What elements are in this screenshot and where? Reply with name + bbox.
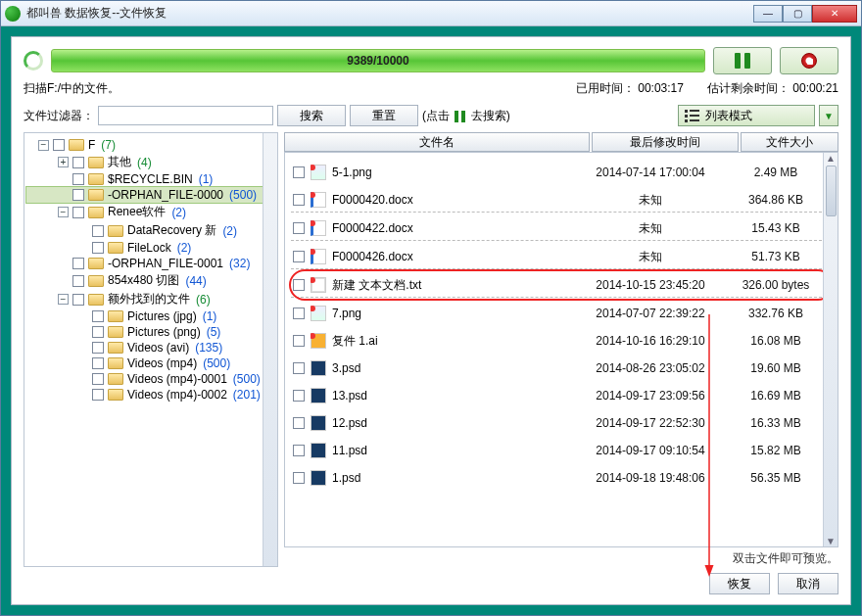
file-checkbox[interactable] [293, 390, 305, 402]
app-icon [5, 6, 21, 22]
file-row[interactable]: 新建 文本文档.txt2014-10-15 23:45:20326.00 byt… [291, 271, 832, 299]
file-checkbox[interactable] [293, 279, 305, 291]
tree-node[interactable]: FileLock(2) [26, 240, 275, 256]
tree-node[interactable]: Videos (mp4)-0001(500) [26, 371, 275, 387]
stop-scan-button[interactable] [780, 47, 838, 74]
scrollbar-thumb[interactable] [826, 166, 837, 216]
file-row[interactable]: F0000426.docx未知51.73 KB [291, 243, 832, 270]
tree-checkbox[interactable] [92, 225, 104, 237]
file-mtime: 2014-10-16 16:29:10 [577, 334, 724, 348]
file-row[interactable]: 13.psd2014-09-17 23:09:5616.69 MB [291, 382, 832, 409]
view-mode-select[interactable]: 列表模式 [678, 105, 815, 126]
tree-node[interactable]: −F(7) [26, 137, 275, 153]
tree-checkbox[interactable] [72, 189, 84, 201]
folder-icon [108, 225, 123, 237]
file-name: 复件 1.ai [332, 333, 378, 350]
tree-checkbox[interactable] [72, 207, 84, 218]
tree-checkbox[interactable] [72, 258, 84, 269]
expand-toggle[interactable]: − [58, 294, 69, 305]
scan-spinner-icon [24, 51, 43, 71]
search-button[interactable]: 搜索 [277, 105, 346, 126]
tree-node[interactable]: -ORPHAN_FILE-0001(32) [26, 256, 275, 271]
view-mode-dropdown-button[interactable]: ▼ [819, 105, 838, 126]
file-size: 364.86 KB [730, 193, 828, 207]
tree-count: (2) [222, 224, 237, 238]
file-size: 19.60 MB [730, 361, 828, 375]
tree-label: $RECYCLE.BIN [108, 172, 193, 186]
tree-count: (32) [229, 257, 250, 270]
pause-scan-button[interactable] [713, 47, 772, 74]
tree-checkbox[interactable] [92, 310, 104, 322]
file-checkbox[interactable] [293, 251, 305, 262]
tree-checkbox[interactable] [72, 157, 84, 168]
recover-button[interactable]: 恢复 [709, 573, 770, 594]
file-checkbox[interactable] [293, 362, 305, 374]
file-checkbox[interactable] [293, 445, 305, 456]
reset-button[interactable]: 重置 [350, 105, 418, 126]
cancel-button[interactable]: 取消 [778, 573, 838, 594]
file-checkbox[interactable] [293, 472, 305, 484]
file-row[interactable]: 7.png2014-07-07 22:39:22332.76 KB [291, 300, 832, 327]
filter-input[interactable] [98, 106, 273, 125]
tree-node[interactable]: −额外找到的文件(6) [26, 290, 275, 308]
minimize-button[interactable]: — [753, 5, 783, 23]
file-row[interactable]: 3.psd2014-08-26 23:05:0219.60 MB [291, 355, 832, 382]
remaining-label: 估计剩余时间： [707, 81, 790, 95]
tree-count: (7) [101, 138, 116, 152]
file-checkbox[interactable] [293, 308, 305, 319]
expand-toggle[interactable]: + [58, 157, 69, 167]
tree-count: (4) [137, 156, 152, 169]
column-header-name[interactable]: 文件名 [284, 132, 590, 152]
tree-node[interactable]: Pictures (png)(5) [26, 324, 275, 340]
file-checkbox[interactable] [293, 417, 305, 429]
tree-checkbox[interactable] [92, 389, 104, 401]
tree-checkbox[interactable] [92, 357, 104, 369]
tree-checkbox[interactable] [92, 342, 104, 354]
column-header-mtime[interactable]: 最后修改时间 [592, 132, 739, 152]
file-checkbox[interactable] [293, 222, 305, 234]
file-row[interactable]: 11.psd2014-09-17 09:10:5415.82 MB [291, 437, 832, 464]
tree-node[interactable]: Videos (mp4)(500) [26, 355, 275, 371]
file-mtime: 2014-07-14 17:00:04 [577, 166, 724, 179]
tree-node[interactable]: DataRecovery 新(2) [26, 221, 275, 240]
file-row[interactable]: 5-1.png2014-07-14 17:00:042.49 MB [291, 159, 832, 186]
tree-node[interactable]: Pictures (jpg)(1) [26, 308, 275, 324]
tree-node[interactable]: +其他(4) [26, 153, 275, 171]
tree-checkbox[interactable] [92, 373, 104, 385]
tree-node[interactable]: $RECYCLE.BIN(1) [26, 171, 275, 187]
tree-checkbox[interactable] [72, 173, 84, 185]
tree-node[interactable]: −Renee软件(2) [26, 203, 275, 221]
scrollbar[interactable]: ▲▼ [823, 153, 838, 546]
close-button[interactable]: ✕ [812, 5, 857, 23]
scan-status-text: 扫描F:/中的文件。 [24, 80, 552, 97]
tree-checkbox[interactable] [72, 275, 84, 287]
file-list[interactable]: 5-1.png2014-07-14 17:00:042.49 MBF000042… [284, 152, 838, 547]
tree-node[interactable]: 854x480 切图(44) [26, 271, 275, 290]
file-size: 16.69 MB [730, 389, 828, 403]
file-row[interactable]: 复件 1.ai2014-10-16 16:29:1016.08 MB [291, 327, 832, 355]
tree-node[interactable]: Videos (mp4)-0002(201) [26, 387, 275, 403]
file-name: F0000422.docx [332, 221, 413, 235]
file-row[interactable]: 1.psd2014-09-18 19:48:0656.35 MB [291, 464, 832, 492]
expand-toggle[interactable]: − [38, 140, 49, 151]
expand-toggle[interactable]: − [58, 207, 69, 217]
folder-icon [88, 275, 104, 287]
tree-node[interactable]: -ORPHAN_FILE-0000(500) [26, 187, 275, 203]
file-checkbox[interactable] [293, 335, 305, 347]
column-header-size[interactable]: 文件大小 [741, 132, 838, 152]
maximize-button[interactable]: ▢ [783, 5, 812, 23]
tree-checkbox[interactable] [92, 326, 104, 338]
tree-node[interactable]: Videos (avi)(135) [26, 340, 275, 355]
folder-tree[interactable]: −F(7)+其他(4)$RECYCLE.BIN(1)-ORPHAN_FILE-0… [24, 132, 278, 567]
tree-checkbox[interactable] [72, 294, 84, 306]
file-mtime: 2014-09-17 23:09:56 [577, 389, 724, 403]
file-icon [311, 333, 326, 349]
file-size: 332.76 KB [730, 307, 828, 320]
file-row[interactable]: F0000420.docx未知364.86 KB [291, 186, 832, 213]
file-checkbox[interactable] [293, 194, 305, 206]
file-row[interactable]: 12.psd2014-09-17 22:52:3016.33 MB [291, 409, 832, 437]
file-checkbox[interactable] [293, 166, 305, 178]
tree-checkbox[interactable] [92, 242, 104, 254]
file-row[interactable]: F0000422.docx未知15.43 KB [291, 214, 832, 242]
tree-checkbox[interactable] [53, 139, 65, 151]
